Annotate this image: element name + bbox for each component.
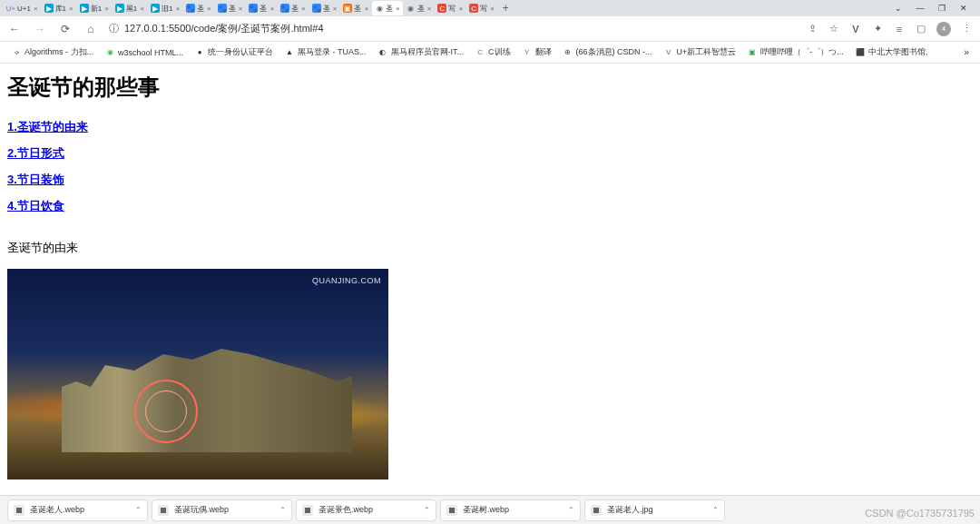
bookmark-item[interactable]: ⟡Algorithms - 力扣... (7, 44, 97, 60)
tab-label: 圣 (260, 4, 267, 14)
toc-link[interactable]: 1.圣诞节的由来 (7, 120, 88, 133)
tab-close-icon[interactable]: × (270, 5, 274, 13)
bookmark-icon: ⟡ (11, 47, 22, 58)
tab-close-icon[interactable]: × (364, 5, 368, 13)
chevron-up-icon[interactable]: ⌃ (424, 506, 430, 514)
browser-tab[interactable]: U+U+1× (4, 1, 41, 15)
share-icon[interactable]: ⇪ (806, 23, 818, 35)
chevron-up-icon[interactable]: ⌃ (712, 506, 719, 514)
tab-favicon: 🐾 (186, 4, 195, 13)
bookmark-label: Algorithms - 力扣... (24, 46, 93, 58)
bookmark-item[interactable]: VU+新工科智慧云 (660, 44, 740, 60)
chevron-up-icon[interactable]: ⌃ (279, 506, 286, 514)
tab-close-icon[interactable]: × (69, 5, 74, 13)
tab-label: 库1 (55, 4, 66, 14)
browser-tab[interactable]: ▶库1× (42, 1, 76, 15)
tab-close-icon[interactable]: × (34, 5, 38, 13)
download-filename: 圣诞景色.webp (318, 504, 373, 516)
reload-button[interactable]: ⟳ (58, 22, 73, 36)
tab-label: 圣 (417, 4, 425, 14)
browser-tab[interactable]: C写× (466, 1, 497, 15)
tab-close-icon[interactable]: × (207, 5, 211, 13)
toc-link[interactable]: 3.节日装饰 (7, 173, 64, 186)
browser-tab[interactable]: ◉圣× (404, 1, 435, 15)
bookmark-label: w3school HTML... (118, 48, 183, 57)
tab-close-icon[interactable]: × (140, 5, 144, 13)
extensions-icon[interactable]: ✦ (871, 23, 884, 35)
page-content: 圣诞节的那些事 1.圣诞节的由来2.节日形式3.节日装饰4.节日饮食 圣诞节的由… (0, 64, 980, 489)
tab-close-icon[interactable]: × (458, 5, 463, 13)
menu-icon[interactable]: ⋮ (960, 23, 973, 35)
tab-close-icon[interactable]: × (239, 5, 243, 13)
browser-tab[interactable]: ▣圣× (340, 1, 371, 15)
download-item[interactable]: 圣诞玩偶.webp⌃ (152, 499, 292, 521)
bookmark-item[interactable]: ▣哔哩哔哩（゜-゜）つ... (743, 44, 848, 60)
page-title: 圣诞节的那些事 (7, 73, 973, 102)
bookmark-label: 黑马登录 - TUAS... (298, 46, 367, 58)
side-panel-icon[interactable]: ▢ (915, 23, 927, 35)
download-item[interactable]: 圣诞树.webp⌃ (440, 499, 581, 521)
tab-favicon: 🐾 (218, 4, 227, 13)
tab-favicon: ▣ (343, 4, 352, 13)
bookmark-item[interactable]: ◐黑马程序员官网-IT... (374, 44, 468, 60)
profile-avatar[interactable]: 4 (936, 22, 951, 36)
bookmarks-overflow-icon[interactable]: » (960, 47, 973, 57)
close-button[interactable]: ✕ (958, 3, 969, 14)
tab-close-icon[interactable]: × (490, 5, 495, 13)
tab-favicon: ▶ (44, 4, 54, 13)
toc-item: 4.节日饮食 (7, 197, 973, 214)
reading-list-icon[interactable]: ≡ (893, 23, 906, 35)
v-icon[interactable]: V (849, 23, 862, 35)
tab-close-icon[interactable]: × (104, 5, 109, 13)
browser-tab[interactable]: 🐾圣× (183, 1, 214, 15)
maximize-button[interactable]: ❐ (936, 3, 947, 14)
toolbar-right: ⇪ ☆ V ✦ ≡ ▢ 4 ⋮ (806, 22, 973, 36)
download-item[interactable]: 圣诞景色.webp⌃ (296, 499, 436, 521)
bookmark-label: U+新工科智慧云 (677, 46, 737, 58)
browser-tab[interactable]: 🐾圣× (215, 1, 246, 15)
tab-close-icon[interactable]: × (333, 5, 338, 13)
tab-close-icon[interactable]: × (396, 5, 400, 13)
tab-label: 圣 (354, 4, 361, 14)
browser-tab[interactable]: 🐾圣× (278, 1, 309, 15)
bookmark-item[interactable]: ◉w3school HTML... (101, 44, 187, 60)
bookmark-item[interactable]: ⬛中北大学图书馆, (851, 44, 932, 60)
bookmark-item[interactable]: CC训练 (471, 44, 514, 60)
tab-dropdown-icon[interactable]: ⌄ (893, 3, 904, 14)
chevron-up-icon[interactable]: ⌃ (135, 506, 142, 514)
bookmark-item[interactable]: ●统一身份认证平台 (191, 44, 277, 60)
tab-favicon: 🐾 (312, 4, 321, 13)
tab-favicon: 🐾 (249, 4, 258, 13)
tab-close-icon[interactable]: × (301, 5, 306, 13)
bookmark-icon: ● (194, 47, 205, 58)
browser-tab[interactable]: 🐾圣× (246, 1, 277, 15)
toc-link[interactable]: 2.节日形式 (7, 146, 64, 160)
tab-favicon: C (437, 4, 446, 13)
browser-tab[interactable]: ▶黑1× (113, 1, 147, 15)
address-bar[interactable]: ⓘ 127.0.0.1:5500/code/案例/圣诞节案例.html#4 (109, 22, 795, 35)
browser-tab[interactable]: ◉圣× (372, 1, 403, 15)
tab-favicon: U+ (6, 4, 15, 13)
browser-tab[interactable]: ▶新1× (77, 1, 112, 15)
download-item[interactable]: 圣诞老人.webp⌃ (7, 499, 148, 521)
chevron-up-icon[interactable]: ⌃ (568, 506, 574, 514)
bookmark-item[interactable]: Y翻译 (518, 44, 555, 60)
tab-close-icon[interactable]: × (175, 5, 180, 13)
forward-button[interactable]: → (33, 22, 47, 36)
bookmark-icon: ⊕ (563, 47, 573, 58)
back-button[interactable]: ← (7, 22, 22, 36)
tab-close-icon[interactable]: × (427, 5, 432, 13)
bookmark-item[interactable]: ⊕(66条消息) CSDN -... (559, 44, 656, 60)
browser-tab[interactable]: 🐾圣× (309, 1, 340, 15)
minimize-button[interactable]: — (915, 3, 926, 14)
bookmark-item[interactable]: ▲黑马登录 - TUAS... (280, 44, 370, 60)
browser-tab[interactable]: ▶旧1× (148, 1, 182, 15)
bookmark-star-icon[interactable]: ☆ (828, 23, 840, 35)
browser-tab[interactable]: C写× (435, 1, 466, 15)
site-info-icon[interactable]: ⓘ (109, 22, 119, 35)
download-item[interactable]: 圣诞老人.jpg⌃ (584, 499, 725, 521)
bookmark-icon: Y (522, 47, 533, 58)
new-tab-button[interactable]: + (497, 1, 514, 15)
home-button[interactable]: ⌂ (83, 22, 98, 36)
toc-link[interactable]: 4.节日饮食 (7, 199, 64, 213)
